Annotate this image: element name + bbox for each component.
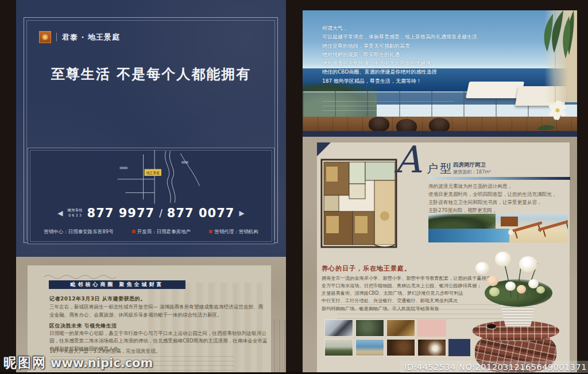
white-rose xyxy=(505,282,516,291)
unit-type-label: 户型 xyxy=(427,161,453,176)
cup-on-table xyxy=(487,324,496,329)
color-swatch xyxy=(448,339,470,356)
hotline-phone-1: 877 9977 xyxy=(87,206,155,220)
cream-rose xyxy=(487,276,498,286)
infinity-pool-photo xyxy=(428,214,568,242)
thumb-photo xyxy=(386,319,415,337)
overlay-line: 绝佳至尊的地段，享受无可挑剔的高贵 xyxy=(322,42,477,51)
deck-chair xyxy=(537,219,568,232)
teapot xyxy=(508,230,513,235)
overlay-line: 何谓大气， xyxy=(322,24,477,33)
wicker-stool xyxy=(369,117,389,131)
overlay-line: 可以超越平常理念，体验尊贵感受，地上景致高尚礼遇缔造卓越生活 xyxy=(322,33,477,41)
nipic-watermark: 昵图网 www.nipic.com xyxy=(3,354,153,372)
overlay-line: 绝对纯粹的观景，即买即住的礼遇 xyxy=(322,51,477,59)
image-id-bar: ID:4452534 NO:20120312165649001371 xyxy=(400,361,588,373)
color-swatch xyxy=(417,319,446,337)
balcony-sea-photo: 何谓大气， 可以超越平常理念，体验尊贵感受，地上景致高尚礼遇缔造卓越生活 绝佳至… xyxy=(303,10,577,131)
photo-strip-row-1 xyxy=(324,319,446,337)
rose-basket-photo xyxy=(472,252,577,374)
right-arrow-icon: ▶ xyxy=(239,209,244,217)
location-map-icon: 地王景庭 xyxy=(113,150,205,204)
amenities-line: 文登路美食街、淄博路CBD、太阳广场、梦幻沙滩任意几步即可到达 xyxy=(322,290,496,297)
overlay-line: 绝佳的CBD商圈、直通的便捷是你绝对的感性选择 xyxy=(322,68,477,76)
section-banner: 毗邻核心商圈 聚焦全城财富 xyxy=(49,280,185,289)
developer-name: 开发商：日照君泰房地产 xyxy=(132,229,191,236)
wicker-stool xyxy=(429,118,450,131)
unit-layout-spec: 四房两厅两卫 xyxy=(453,161,486,169)
thumb-photo xyxy=(417,339,446,356)
corner-fold-decoration xyxy=(317,142,331,156)
sales-center-address: 营销中心：日照泰安路东首89号 xyxy=(44,229,113,236)
navy-divider-strip xyxy=(303,131,577,137)
overlay-line: 绝对唯美的天然环境；生活中无人匹敌的优越感 xyxy=(322,59,477,68)
nipic-url-text: www.nipic.com xyxy=(51,356,153,370)
image-id-text: ID:4452534 NO:20120312165649001371 xyxy=(404,363,588,372)
hotline-separator: / xyxy=(159,207,163,219)
wooden-planter xyxy=(501,217,518,226)
hotline-label-text: 瞰海专线 xyxy=(68,208,83,213)
unit-desc-line: 主卧设有独立卫生间和阳光书房，让享受更显从容， xyxy=(428,199,562,207)
divider xyxy=(56,33,57,41)
white-rose xyxy=(475,262,489,275)
hotline-phone-2: 877 0077 xyxy=(167,206,235,220)
unit-letter: A xyxy=(394,141,421,178)
hydrangea-bloom xyxy=(489,287,500,296)
pool-water xyxy=(428,229,509,242)
hotline-label: 瞰海专线 0 6 3 3 xyxy=(68,208,83,218)
hydrangea-bloom xyxy=(536,286,545,294)
overlay-line: 187 致尚学区精品，尊贵生活，无需等待！ xyxy=(322,77,477,86)
hotline-row: ◀ 瞰海专线 0 6 3 3 877 9977 / 877 0077 ▶ xyxy=(28,204,274,222)
wicker-stool xyxy=(396,119,417,131)
white-rose xyxy=(495,252,511,267)
brand-row: 君泰 · 地王景庭 xyxy=(39,31,120,43)
peach-rose xyxy=(517,285,526,294)
thumb-photo xyxy=(324,339,353,356)
sub-headline: 区位决胜未来 引领先锋生活 xyxy=(49,322,117,330)
hotline-area-code: 0 6 3 3 xyxy=(68,213,83,218)
unit-page: A 户型 四房两厅两卫 建筑面积：187m² 海的波浪元素做为外立面的设计构思，… xyxy=(303,137,577,374)
cover-headline: 至尊生活 不是每个人都能拥有 xyxy=(16,65,286,83)
thumb-photo xyxy=(355,339,384,356)
sales-agency-name: 营销代理：营销机构 xyxy=(209,229,258,236)
brochure-preview-image: 君泰 · 地王景庭 至尊生活 不是每个人都能拥有 地王景庭 xyxy=(0,0,588,374)
unit-desc-line: 海的波浪元素做为外立面的设计构思， xyxy=(428,183,562,191)
floor-plan-drawing xyxy=(320,159,400,250)
amenities-line: 中行支行、工行分理处、兴业银行、交通银行、邮电支局坐列其次 xyxy=(322,297,496,304)
district-paragraph: 三年左右，新城区将诞生一标志性城市开放空间— 淄博路商务所有望建成集临海经济运营… xyxy=(49,303,265,319)
news-lead-line: 记者2012年3月3日 从市建委获悉的。 xyxy=(49,295,146,303)
white-rose xyxy=(519,256,537,272)
script-flourish-decoration xyxy=(42,272,117,279)
nipic-logo-text: 昵图网 xyxy=(3,354,47,372)
contact-footer-row: 营销中心：日照泰安路东首89号 开发商：日照君泰房地产 营销代理：营销机构 xyxy=(28,229,274,236)
left-arrow-icon: ◀ xyxy=(57,209,63,217)
thumb-photo xyxy=(355,319,384,337)
juntai-emblem-icon xyxy=(39,31,51,43)
map-project-label: 地王景庭 xyxy=(146,171,160,175)
faint-english-text-decoration xyxy=(322,101,454,114)
thumb-photo xyxy=(386,339,415,356)
amenities-headline: 养心的日子，乐在地王景庭。 xyxy=(322,264,411,273)
unit-desc-line: 使项目更美观时尚，全明四阳造型，让您的生活充满阳光， xyxy=(428,191,562,199)
brand-name: 君泰 · 地王景庭 xyxy=(62,32,120,43)
photo-overlay-copy: 何谓大气， 可以超越平常理念，体验尊贵感受，地上景致高尚礼遇缔造卓越生活 绝佳至… xyxy=(322,24,477,86)
unit-area-spec: 建筑面积：187m² xyxy=(453,169,491,175)
location-map-panel: 地王景庭 ◀ 瞰海专线 0 6 3 3 877 9977 / 877 0077 … xyxy=(28,148,274,244)
photo-strip-row-2 xyxy=(324,339,470,356)
amenities-line: 拥有全市一流的金海岸小学、新营小学、新营中学等教育配套，让您的孩子赢程无忧 xyxy=(322,275,496,282)
thumb-photo xyxy=(324,319,353,337)
amenities-line: 全万平口海水浴场、日照市植物园、奥林匹克水上公园、银河公园静待其侧； xyxy=(322,282,496,290)
gradient-rule-decoration xyxy=(428,177,570,180)
potted-plant-icon xyxy=(519,10,576,71)
cover-page: 君泰 · 地王景庭 至尊生活 不是每个人都能拥有 地王景庭 xyxy=(16,0,286,257)
lily-flower-icon xyxy=(520,95,577,131)
